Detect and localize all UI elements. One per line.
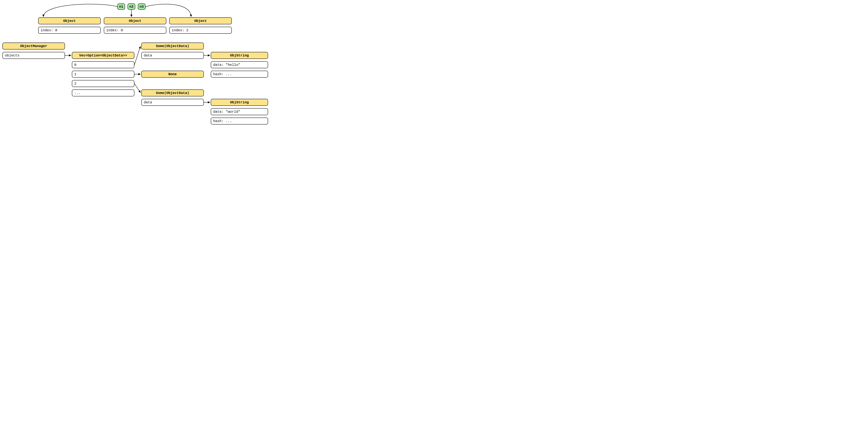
objstring-data-label: data: "hello" (213, 63, 240, 67)
object-3-field: index: 2 (169, 27, 232, 34)
object-title-label: Object (63, 19, 76, 23)
manager-field-label: objects (5, 54, 20, 58)
object-2-title: Object (104, 18, 166, 24)
objstring-2-title: ObjString (211, 99, 268, 106)
objstring-title-label: ObjString (230, 54, 249, 58)
objstring-0-title: ObjString (211, 52, 268, 59)
objstring-2-hash: hash: ... (211, 118, 268, 124)
vec-title-label: Vec<Option<ObjectData>> (79, 54, 127, 58)
vec-index-1: 1 (72, 71, 134, 78)
option-2-field: data (141, 99, 204, 106)
object-title-label: Object (129, 19, 141, 23)
objstring-hash-label: hash: ... (213, 72, 232, 76)
objstring-0-hash: hash: ... (211, 71, 268, 78)
option-1-title: None (141, 71, 204, 78)
pointer-n1: n1 (117, 3, 125, 10)
option-field-label: data (144, 54, 152, 58)
vec-index-2: 2 (72, 80, 134, 87)
pointer-n2: n2 (128, 3, 135, 10)
vec-index-0: 0 (72, 61, 134, 68)
vec-index-more: ... (72, 89, 134, 96)
option-0-title: Some(ObjectData) (141, 42, 204, 50)
vec-title: Vec<Option<ObjectData>> (72, 52, 134, 59)
option-title-label: Some(ObjectData) (156, 44, 189, 48)
vec-index-label: 2 (74, 82, 76, 86)
object-title-label: Object (194, 19, 207, 23)
pointer-n3: n3 (138, 3, 146, 10)
manager-title-label: ObjectManager (20, 44, 47, 48)
object-field-label: index: 0 (106, 28, 123, 32)
object-manager-title: ObjectManager (2, 42, 65, 50)
object-1-title: Object (38, 18, 101, 24)
pointer-label: n2 (129, 5, 133, 9)
objstring-data-label: data: "world" (213, 110, 240, 114)
pointer-label: n3 (140, 5, 144, 9)
vec-index-label: 0 (74, 63, 76, 67)
pointer-label: n1 (119, 5, 123, 9)
object-field-label: index: 0 (41, 28, 57, 32)
vec-index-label: ... (74, 91, 81, 95)
option-2-title: Some(ObjectData) (141, 89, 204, 96)
object-3-title: Object (169, 18, 232, 24)
object-2-field: index: 0 (104, 27, 166, 34)
option-0-field: data (141, 52, 204, 59)
objstring-title-label: ObjString (230, 100, 249, 104)
diagram-canvas: n1 n2 n3 Object index: 0 Object index: 0… (0, 0, 271, 126)
option-field-label: data (144, 100, 152, 104)
object-field-label: index: 2 (172, 28, 188, 32)
objstring-hash-label: hash: ... (213, 119, 232, 123)
option-title-label: Some(ObjectData) (156, 91, 189, 95)
objstring-0-data: data: "hello" (211, 61, 268, 68)
object-1-field: index: 0 (38, 27, 101, 34)
objstring-2-data: data: "world" (211, 108, 268, 115)
vec-index-label: 1 (74, 72, 76, 76)
option-title-label: None (168, 72, 177, 76)
object-manager-field: objects (2, 52, 65, 59)
